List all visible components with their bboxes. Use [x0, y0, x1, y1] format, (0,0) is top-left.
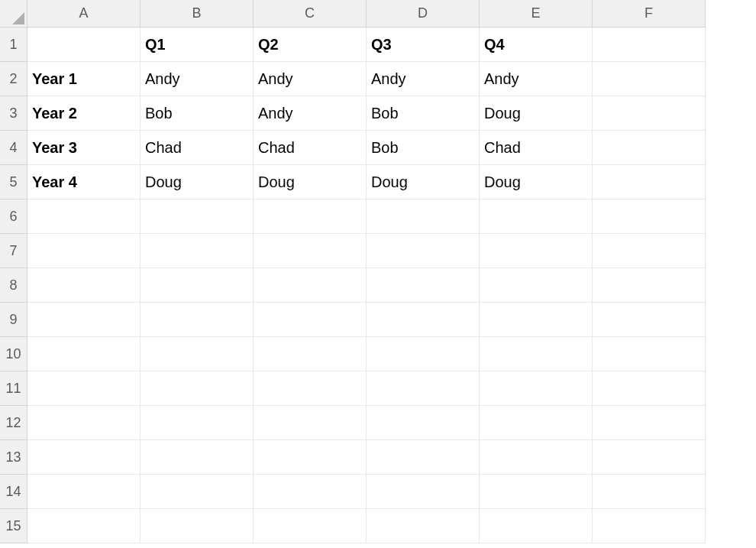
cell-A13[interactable] — [27, 440, 141, 475]
cell-B4[interactable]: Chad — [141, 131, 254, 165]
cell-C7[interactable] — [254, 234, 367, 268]
cell-E14[interactable] — [480, 475, 593, 509]
cell-F13[interactable] — [593, 440, 706, 475]
cell-E8[interactable] — [480, 268, 593, 303]
cell-C4[interactable]: Chad — [254, 131, 367, 165]
cell-A4[interactable]: Year 3 — [27, 131, 141, 165]
col-header-E[interactable]: E — [480, 0, 593, 28]
col-header-B[interactable]: B — [141, 0, 254, 28]
cell-A9[interactable] — [27, 303, 141, 337]
cell-A3[interactable]: Year 2 — [27, 96, 141, 131]
cell-D3[interactable]: Bob — [367, 96, 480, 131]
cell-A11[interactable] — [27, 371, 141, 406]
cell-E2[interactable]: Andy — [480, 62, 593, 96]
row-header-1[interactable]: 1 — [0, 28, 27, 62]
cell-D5[interactable]: Doug — [367, 165, 480, 199]
cell-C9[interactable] — [254, 303, 367, 337]
cell-D2[interactable]: Andy — [367, 62, 480, 96]
cell-F12[interactable] — [593, 406, 706, 440]
cell-B6[interactable] — [141, 199, 254, 234]
cell-E3[interactable]: Doug — [480, 96, 593, 131]
cell-F4[interactable] — [593, 131, 706, 165]
cell-D7[interactable] — [367, 234, 480, 268]
cell-A6[interactable] — [27, 199, 141, 234]
cell-B1[interactable]: Q1 — [141, 28, 254, 62]
cell-D11[interactable] — [367, 371, 480, 406]
cell-E11[interactable] — [480, 371, 593, 406]
row-header-3[interactable]: 3 — [0, 96, 27, 131]
row-header-4[interactable]: 4 — [0, 131, 27, 165]
col-header-A[interactable]: A — [27, 0, 141, 28]
cell-A10[interactable] — [27, 337, 141, 371]
row-header-9[interactable]: 9 — [0, 303, 27, 337]
cell-B8[interactable] — [141, 268, 254, 303]
cell-B15[interactable] — [141, 509, 254, 543]
cell-B9[interactable] — [141, 303, 254, 337]
cell-D14[interactable] — [367, 475, 480, 509]
cell-A12[interactable] — [27, 406, 141, 440]
row-header-7[interactable]: 7 — [0, 234, 27, 268]
cell-A5[interactable]: Year 4 — [27, 165, 141, 199]
cell-C1[interactable]: Q2 — [254, 28, 367, 62]
cell-E10[interactable] — [480, 337, 593, 371]
col-header-D[interactable]: D — [367, 0, 480, 28]
cell-C10[interactable] — [254, 337, 367, 371]
cell-C13[interactable] — [254, 440, 367, 475]
cell-C8[interactable] — [254, 268, 367, 303]
cell-D8[interactable] — [367, 268, 480, 303]
cell-B13[interactable] — [141, 440, 254, 475]
cell-B11[interactable] — [141, 371, 254, 406]
row-header-13[interactable]: 13 — [0, 440, 27, 475]
cell-D10[interactable] — [367, 337, 480, 371]
cell-E13[interactable] — [480, 440, 593, 475]
row-header-2[interactable]: 2 — [0, 62, 27, 96]
cell-B14[interactable] — [141, 475, 254, 509]
cell-E7[interactable] — [480, 234, 593, 268]
row-header-8[interactable]: 8 — [0, 268, 27, 303]
cell-D13[interactable] — [367, 440, 480, 475]
cell-D12[interactable] — [367, 406, 480, 440]
row-header-6[interactable]: 6 — [0, 199, 27, 234]
cell-F5[interactable] — [593, 165, 706, 199]
cell-A15[interactable] — [27, 509, 141, 543]
cell-A1[interactable] — [27, 28, 141, 62]
cell-B5[interactable]: Doug — [141, 165, 254, 199]
cell-F9[interactable] — [593, 303, 706, 337]
cell-F2[interactable] — [593, 62, 706, 96]
cell-D6[interactable] — [367, 199, 480, 234]
cell-E4[interactable]: Chad — [480, 131, 593, 165]
cell-F1[interactable] — [593, 28, 706, 62]
row-header-5[interactable]: 5 — [0, 165, 27, 199]
cell-E9[interactable] — [480, 303, 593, 337]
cell-C14[interactable] — [254, 475, 367, 509]
cell-F8[interactable] — [593, 268, 706, 303]
cell-C2[interactable]: Andy — [254, 62, 367, 96]
cell-F15[interactable] — [593, 509, 706, 543]
cell-B7[interactable] — [141, 234, 254, 268]
cell-F3[interactable] — [593, 96, 706, 131]
cell-B12[interactable] — [141, 406, 254, 440]
cell-F11[interactable] — [593, 371, 706, 406]
cell-E12[interactable] — [480, 406, 593, 440]
cell-C12[interactable] — [254, 406, 367, 440]
cell-D1[interactable]: Q3 — [367, 28, 480, 62]
cell-A2[interactable]: Year 1 — [27, 62, 141, 96]
cell-B10[interactable] — [141, 337, 254, 371]
row-header-10[interactable]: 10 — [0, 337, 27, 371]
cell-D15[interactable] — [367, 509, 480, 543]
cell-A8[interactable] — [27, 268, 141, 303]
col-header-C[interactable]: C — [254, 0, 367, 28]
cell-B2[interactable]: Andy — [141, 62, 254, 96]
cell-C6[interactable] — [254, 199, 367, 234]
select-all-corner[interactable] — [0, 0, 27, 28]
cell-C5[interactable]: Doug — [254, 165, 367, 199]
cell-A7[interactable] — [27, 234, 141, 268]
cell-A14[interactable] — [27, 475, 141, 509]
cell-F7[interactable] — [593, 234, 706, 268]
row-header-11[interactable]: 11 — [0, 371, 27, 406]
col-header-F[interactable]: F — [593, 0, 706, 28]
cell-D9[interactable] — [367, 303, 480, 337]
row-header-14[interactable]: 14 — [0, 475, 27, 509]
row-header-12[interactable]: 12 — [0, 406, 27, 440]
cell-B3[interactable]: Bob — [141, 96, 254, 131]
